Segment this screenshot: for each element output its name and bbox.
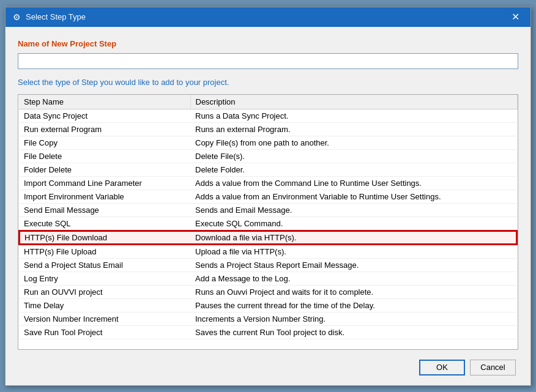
- dialog-content: Name of New Project Step Select the type…: [6, 27, 530, 385]
- step-description-cell: Delete File(s).: [190, 149, 517, 163]
- step-name-cell: Run an OUVVI project: [19, 285, 190, 298]
- step-name-input[interactable]: [18, 53, 518, 69]
- table-row[interactable]: Run an OUVVI projectRuns an Ouvvi Projec…: [19, 285, 517, 298]
- step-name-cell: Data Sync Project: [19, 109, 190, 122]
- step-description-cell: Download a file via HTTP(s).: [190, 231, 517, 245]
- step-description-cell: Adds a value from the Command Line to Ru…: [190, 176, 517, 190]
- table-row[interactable]: Save Run Tool ProjectSaves the current R…: [19, 325, 517, 339]
- step-description-cell: Pauses the current thread for the time o…: [190, 298, 517, 312]
- table-row[interactable]: HTTP(s) File DownloadDownload a file via…: [19, 231, 517, 245]
- name-label: Name of New Project Step: [18, 39, 518, 48]
- step-description-cell: Copy File(s) from one path to another.: [190, 136, 517, 149]
- step-name-cell: Execute SQL: [19, 216, 190, 231]
- table-row[interactable]: Import Command Line ParameterAdds a valu…: [19, 176, 517, 190]
- footer-buttons: OK Cancel: [18, 360, 518, 375]
- table-row[interactable]: Version Number IncrementIncrements a Ver…: [19, 312, 517, 325]
- close-button[interactable]: ✕: [508, 11, 523, 23]
- step-name-cell: File Delete: [19, 149, 190, 163]
- step-description-cell: Sends a Project Staus Report Email Messa…: [190, 258, 517, 272]
- step-description-cell: Upload a file via HTTP(s).: [190, 245, 517, 259]
- dialog-title: Select Step Type: [26, 12, 86, 21]
- step-name-cell: HTTP(s) File Download: [19, 231, 190, 245]
- step-type-table-container: Step Name Description Data Sync ProjectR…: [18, 94, 518, 350]
- table-row[interactable]: Data Sync ProjectRuns a Data Sync Projec…: [19, 109, 517, 122]
- step-name-cell: Import Command Line Parameter: [19, 176, 190, 190]
- table-row[interactable]: Send a Project Status EmailSends a Proje…: [19, 258, 517, 272]
- step-name-cell: Import Environment Variable: [19, 190, 190, 203]
- step-name-cell: Send Email Message: [19, 203, 190, 216]
- step-name-cell: File Copy: [19, 136, 190, 149]
- table-header-row: Step Name Description: [19, 95, 517, 109]
- step-name-cell: Send a Project Status Email: [19, 258, 190, 272]
- step-description-cell: Runs an external Program.: [190, 122, 517, 136]
- step-description-cell: Sends and Email Message.: [190, 203, 517, 216]
- table-row[interactable]: Time DelayPauses the current thread for …: [19, 298, 517, 312]
- table-body: Data Sync ProjectRuns a Data Sync Projec…: [19, 109, 517, 339]
- col-header-description: Description: [190, 95, 517, 109]
- cancel-button[interactable]: Cancel: [470, 360, 516, 375]
- step-description-cell: Runs a Data Sync Project.: [190, 109, 517, 122]
- table-row[interactable]: File CopyCopy File(s) from one path to a…: [19, 136, 517, 149]
- step-name-cell: Time Delay: [19, 298, 190, 312]
- step-name-cell: Folder Delete: [19, 163, 190, 176]
- step-name-cell: Run external Program: [19, 122, 190, 136]
- table-row[interactable]: Execute SQLExecute SQL Command.: [19, 216, 517, 231]
- step-description-cell: Add a Message to the Log.: [190, 272, 517, 285]
- col-header-step-name: Step Name: [19, 95, 190, 109]
- table-row[interactable]: Import Environment VariableAdds a value …: [19, 190, 517, 203]
- step-name-cell: Version Number Increment: [19, 312, 190, 325]
- step-name-cell: HTTP(s) File Upload: [19, 245, 190, 259]
- step-description-cell: Saves the current Run Tool project to di…: [190, 325, 517, 339]
- instruction-text: Select the type of Step you would like t…: [18, 78, 518, 87]
- dialog-icon: ⚙: [13, 12, 21, 22]
- step-description-cell: Adds a value from an Environment Variabl…: [190, 190, 517, 203]
- step-description-cell: Delete Folder.: [190, 163, 517, 176]
- select-step-type-dialog: ⚙ Select Step Type ✕ Name of New Project…: [5, 7, 531, 386]
- table-row[interactable]: Folder DeleteDelete Folder.: [19, 163, 517, 176]
- table-row[interactable]: Log EntryAdd a Message to the Log.: [19, 272, 517, 285]
- title-bar: ⚙ Select Step Type ✕: [6, 7, 530, 27]
- step-description-cell: Increments a Version Number String.: [190, 312, 517, 325]
- step-description-cell: Runs an Ouvvi Project and waits for it t…: [190, 285, 517, 298]
- table-row[interactable]: File DeleteDelete File(s).: [19, 149, 517, 163]
- step-name-cell: Save Run Tool Project: [19, 325, 190, 339]
- table-row[interactable]: HTTP(s) File UploadUpload a file via HTT…: [19, 245, 517, 259]
- step-description-cell: Execute SQL Command.: [190, 216, 517, 231]
- table-row[interactable]: Send Email MessageSends and Email Messag…: [19, 203, 517, 216]
- step-name-cell: Log Entry: [19, 272, 190, 285]
- table-row[interactable]: Run external ProgramRuns an external Pro…: [19, 122, 517, 136]
- step-type-table: Step Name Description Data Sync ProjectR…: [18, 95, 518, 339]
- ok-button[interactable]: OK: [419, 360, 465, 375]
